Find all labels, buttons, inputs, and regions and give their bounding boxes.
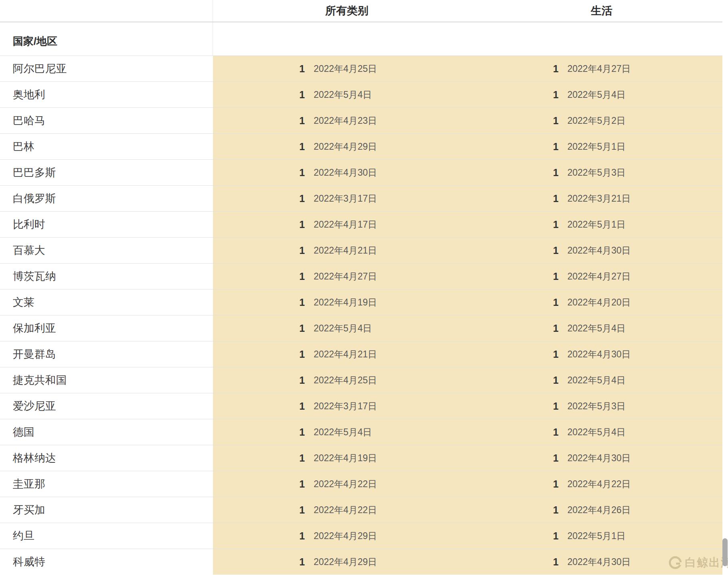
table-body: 阿尔巴尼亚 1 2022年4月25日 1 2022年4月27日 奥地利 1 20…	[0, 56, 722, 575]
date-life: 2022年4月26日	[559, 497, 722, 523]
table-row[interactable]: 开曼群岛 1 2022年4月21日 1 2022年4月30日	[0, 341, 722, 367]
rank-all-categories: 1	[213, 419, 305, 445]
country-name: 圭亚那	[0, 471, 213, 497]
date-life: 2022年4月22日	[559, 471, 722, 497]
table-row[interactable]: 巴林 1 2022年4月29日 1 2022年5月1日	[0, 133, 722, 159]
date-life: 2022年4月27日	[559, 56, 722, 81]
date-all-categories: 2022年5月4日	[305, 315, 481, 341]
rank-all-categories: 1	[213, 264, 305, 289]
table-row[interactable]: 百慕大 1 2022年4月21日 1 2022年4月30日	[0, 237, 722, 263]
rank-life: 1	[481, 186, 559, 211]
date-all-categories: 2022年5月4日	[305, 419, 481, 445]
country-name: 巴哈马	[0, 108, 213, 133]
rank-all-categories: 1	[213, 367, 305, 393]
rank-life: 1	[481, 393, 559, 419]
region-header-spacer	[213, 22, 722, 56]
table-row[interactable]: 科威特 1 2022年4月29日 1 2022年4月30日	[0, 549, 722, 575]
table-row[interactable]: 德国 1 2022年5月4日 1 2022年5月4日	[0, 419, 722, 445]
rank-all-categories: 1	[213, 445, 305, 471]
table-row[interactable]: 白俄罗斯 1 2022年3月17日 1 2022年3月21日	[0, 185, 722, 211]
rank-all-categories: 1	[213, 82, 305, 107]
table-row[interactable]: 圭亚那 1 2022年4月22日 1 2022年4月22日	[0, 471, 722, 497]
table-row[interactable]: 文莱 1 2022年4月19日 1 2022年4月20日	[0, 289, 722, 315]
country-name: 白俄罗斯	[0, 186, 213, 211]
date-life: 2022年3月21日	[559, 186, 722, 211]
date-all-categories: 2022年4月21日	[305, 238, 481, 263]
table-row[interactable]: 奥地利 1 2022年5月4日 1 2022年5月4日	[0, 81, 722, 107]
date-life: 2022年4月30日	[559, 445, 722, 471]
country-name: 保加利亚	[0, 315, 213, 341]
date-life: 2022年5月1日	[559, 134, 722, 159]
rank-all-categories: 1	[213, 315, 305, 341]
column-header-all-categories[interactable]: 所有类别	[213, 0, 481, 22]
date-all-categories: 2022年4月21日	[305, 341, 481, 367]
country-name: 开曼群岛	[0, 341, 213, 367]
date-all-categories: 2022年4月29日	[305, 134, 481, 159]
rank-life: 1	[481, 497, 559, 523]
country-name: 巴林	[0, 134, 213, 159]
rank-all-categories: 1	[213, 134, 305, 159]
rank-all-categories: 1	[213, 238, 305, 263]
region-header-row: 国家/地区	[0, 22, 722, 56]
date-life: 2022年5月3日	[559, 393, 722, 419]
date-all-categories: 2022年4月19日	[305, 445, 481, 471]
region-header-label: 国家/地区	[0, 22, 213, 56]
rank-life: 1	[481, 238, 559, 263]
table-row[interactable]: 比利时 1 2022年4月17日 1 2022年5月1日	[0, 211, 722, 237]
rank-all-categories: 1	[213, 289, 305, 315]
table-row[interactable]: 阿尔巴尼亚 1 2022年4月25日 1 2022年4月27日	[0, 56, 722, 81]
date-life: 2022年5月1日	[559, 212, 722, 237]
country-name: 巴巴多斯	[0, 160, 213, 185]
date-life: 2022年4月30日	[559, 238, 722, 263]
rank-all-categories: 1	[213, 160, 305, 185]
date-life: 2022年5月4日	[559, 315, 722, 341]
rank-life: 1	[481, 289, 559, 315]
table-row[interactable]: 巴巴多斯 1 2022年4月30日 1 2022年5月3日	[0, 159, 722, 185]
date-life: 2022年5月2日	[559, 108, 722, 133]
country-name: 奥地利	[0, 82, 213, 107]
rank-all-categories: 1	[213, 523, 305, 549]
country-name: 科威特	[0, 549, 213, 575]
rank-life: 1	[481, 212, 559, 237]
rank-life: 1	[481, 419, 559, 445]
date-all-categories: 2022年4月17日	[305, 212, 481, 237]
rank-all-categories: 1	[213, 549, 305, 575]
category-header-row: 所有类别 生活	[0, 0, 722, 22]
country-name: 比利时	[0, 212, 213, 237]
rank-life: 1	[481, 160, 559, 185]
rank-life: 1	[481, 523, 559, 549]
date-all-categories: 2022年4月19日	[305, 289, 481, 315]
table-row[interactable]: 巴哈马 1 2022年4月23日 1 2022年5月2日	[0, 107, 722, 133]
country-name: 爱沙尼亚	[0, 393, 213, 419]
rank-life: 1	[481, 367, 559, 393]
rank-all-categories: 1	[213, 186, 305, 211]
country-name: 阿尔巴尼亚	[0, 56, 213, 81]
rank-all-categories: 1	[213, 393, 305, 419]
date-all-categories: 2022年4月29日	[305, 549, 481, 575]
date-life: 2022年5月4日	[559, 82, 722, 107]
date-all-categories: 2022年4月30日	[305, 160, 481, 185]
rank-all-categories: 1	[213, 56, 305, 81]
vertical-scrollbar-thumb[interactable]	[722, 538, 728, 566]
date-life: 2022年5月3日	[559, 160, 722, 185]
date-all-categories: 2022年4月22日	[305, 497, 481, 523]
table-row[interactable]: 捷克共和国 1 2022年4月25日 1 2022年5月4日	[0, 367, 722, 393]
table-row[interactable]: 保加利亚 1 2022年5月4日 1 2022年5月4日	[0, 315, 722, 341]
table-row[interactable]: 牙买加 1 2022年4月22日 1 2022年4月26日	[0, 497, 722, 523]
column-header-life[interactable]: 生活	[481, 0, 722, 22]
date-life: 2022年4月20日	[559, 289, 722, 315]
rank-life: 1	[481, 82, 559, 107]
rank-life: 1	[481, 315, 559, 341]
table-row[interactable]: 爱沙尼亚 1 2022年3月17日 1 2022年5月3日	[0, 393, 722, 419]
rank-life: 1	[481, 264, 559, 289]
country-name: 德国	[0, 419, 213, 445]
rank-all-categories: 1	[213, 471, 305, 497]
date-life: 2022年5月4日	[559, 367, 722, 393]
rank-life: 1	[481, 471, 559, 497]
country-name: 格林纳达	[0, 445, 213, 471]
table-row[interactable]: 博茨瓦纳 1 2022年4月27日 1 2022年4月27日	[0, 263, 722, 289]
table-row[interactable]: 约旦 1 2022年4月29日 1 2022年5月1日	[0, 523, 722, 549]
date-all-categories: 2022年4月22日	[305, 471, 481, 497]
table-row[interactable]: 格林纳达 1 2022年4月19日 1 2022年4月30日	[0, 445, 722, 471]
date-all-categories: 2022年4月23日	[305, 108, 481, 133]
